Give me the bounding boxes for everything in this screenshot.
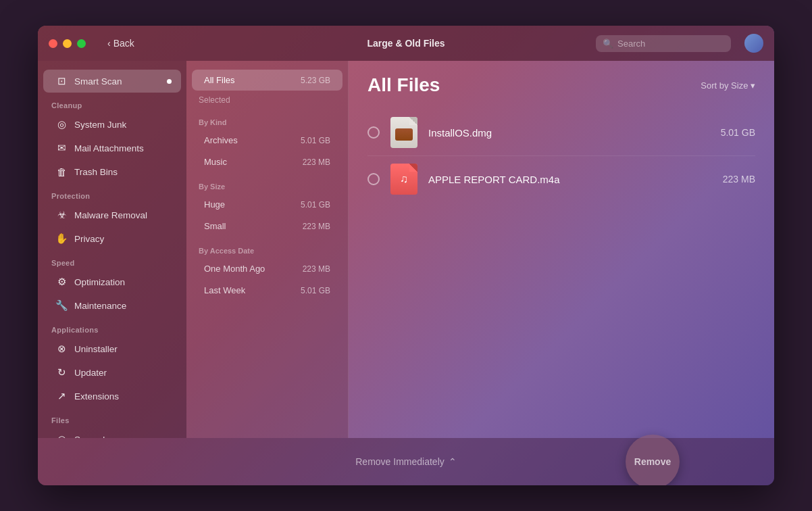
maximize-button[interactable] [77,39,86,48]
remove-immediately-button[interactable]: Remove Immediately ⌃ [355,456,457,467]
filter-size: 5.23 GB [301,76,330,85]
window-title: Large & Old Files [367,38,445,49]
sidebar-item-uninstaller[interactable]: ⊗ Uninstaller [43,337,181,360]
sidebar-item-mail-attachments[interactable]: ✉ Mail Attachments [43,137,181,160]
filter-size: 223 MB [303,264,330,274]
sidebar-item-privacy[interactable]: ✋ Privacy [43,227,181,250]
back-label: Back [113,38,134,49]
smart-scan-icon: ⊡ [55,75,68,87]
sidebar-item-extensions[interactable]: ↗ Extensions [43,385,181,408]
sidebar-item-label: Optimization [74,277,125,287]
file-view-header: All Files Sort by Size ▾ [367,74,755,96]
space-lens-icon: ◎ [55,433,68,438]
malware-icon: ☣ [55,209,68,221]
titlebar: ‹ Back Large & Old Files 🔍 [38,26,774,61]
back-button[interactable]: ‹ Back [107,38,134,49]
file-list-panel: All Files 5.23 GB Selected By Kind Archi… [186,61,349,438]
updater-icon: ↻ [55,366,68,379]
file-row[interactable]: InstallOS.dmg 5.01 GB [367,110,755,156]
filter-small[interactable]: Small 223 MB [192,216,342,237]
section-label-applications: Applications [38,318,186,337]
file-icon-m4a: ♫ [389,164,419,194]
sidebar-item-label: System Junk [74,120,126,130]
file-name: InstallOS.dmg [428,127,711,139]
filter-archives[interactable]: Archives 5.01 GB [192,130,342,151]
extensions-icon: ↗ [55,390,68,402]
search-bar[interactable]: 🔍 [596,35,731,52]
privacy-icon: ✋ [55,233,68,245]
filter-all-files[interactable]: All Files 5.23 GB [192,70,342,91]
sidebar-item-label: Mail Attachments [74,143,144,153]
filter-size: 5.01 GB [301,286,330,295]
close-button[interactable] [49,39,57,48]
sidebar-item-system-junk[interactable]: ◎ System Junk [43,113,181,136]
filter-huge[interactable]: Huge 5.01 GB [192,194,342,215]
search-input[interactable] [617,39,724,49]
filter-last-week[interactable]: Last Week 5.01 GB [192,280,342,301]
filter-label: Small [204,221,226,231]
sidebar-item-maintenance[interactable]: 🔧 Maintenance [43,294,181,317]
chevron-left-icon: ‹ [107,38,111,49]
sidebar: ⊡ Smart Scan Cleanup ◎ System Junk ✉ Mai… [38,61,186,438]
selected-bar: Selected [186,91,348,109]
filter-label: Last Week [204,285,245,295]
filter-size: 5.01 GB [301,200,330,210]
trash-icon: 🗑 [55,166,68,178]
bottom-bar: Remove Immediately ⌃ Remove [38,438,774,485]
filter-section-by-size: By Size [186,173,348,193]
sidebar-item-updater[interactable]: ↻ Updater [43,361,181,384]
filter-size: 223 MB [303,222,330,231]
file-size: 223 MB [723,174,755,185]
section-label-protection: Protection [38,184,186,203]
user-avatar[interactable] [744,34,763,53]
maintenance-icon: 🔧 [55,299,68,312]
remove-immediately-label: Remove Immediately [355,456,445,467]
filter-size: 223 MB [303,157,330,167]
chevron-up-icon: ⌃ [449,456,457,467]
filter-section-by-access-date: By Access Date [186,237,348,258]
sidebar-item-trash-bins[interactable]: 🗑 Trash Bins [43,160,181,183]
sort-button[interactable]: Sort by Size ▾ [701,80,755,91]
sidebar-item-optimization[interactable]: ⚙ Optimization [43,270,181,293]
optimization-icon: ⚙ [55,276,68,288]
file-row[interactable]: ♫ APPLE REPORT CARD.m4a 223 MB [367,156,755,202]
filter-label: Music [204,157,227,167]
minimize-button[interactable] [63,39,72,48]
filter-label: All Files [204,75,235,85]
filter-music[interactable]: Music 223 MB [192,151,342,172]
filter-label: Huge [204,199,225,210]
sidebar-item-label: Trash Bins [74,167,118,177]
sidebar-item-space-lens[interactable]: ◎ Space Lens [43,428,181,438]
notification-dot [167,79,172,84]
file-icon-dmg [389,118,419,147]
remove-button[interactable]: Remove [626,435,680,485]
sidebar-item-label: Uninstaller [74,344,118,354]
main-content: ⊡ Smart Scan Cleanup ◎ System Junk ✉ Mai… [38,61,774,438]
traffic-lights [49,39,86,48]
sidebar-item-label: Smart Scan [74,76,122,87]
section-label-cleanup: Cleanup [38,93,186,112]
file-view: All Files Sort by Size ▾ InstallOS.dmg 5… [349,61,774,438]
sidebar-item-label: Updater [74,368,107,378]
filter-section-by-kind: By Kind [186,109,348,129]
file-radio-2[interactable] [367,173,380,185]
sidebar-item-malware-removal[interactable]: ☣ Malware Removal [43,203,181,226]
file-name: APPLE REPORT CARD.m4a [428,174,713,185]
disk-symbol [395,128,413,141]
mail-icon: ✉ [55,142,68,154]
filter-label: Archives [204,135,238,145]
sidebar-item-label: Maintenance [74,301,126,311]
remove-label: Remove [634,456,671,467]
file-view-title: All Files [367,74,440,96]
file-radio-1[interactable] [367,126,380,139]
sidebar-item-smart-scan[interactable]: ⊡ Smart Scan [43,70,181,93]
filter-size: 5.01 GB [301,136,330,145]
filter-one-month-ago[interactable]: One Month Ago 223 MB [192,258,342,279]
sidebar-item-label: Extensions [74,391,119,402]
search-icon: 🔍 [603,39,613,49]
sidebar-item-label: Malware Removal [74,210,147,220]
file-size: 5.01 GB [721,127,755,138]
section-label-files: Files [38,408,186,427]
system-junk-icon: ◎ [55,118,68,130]
uninstaller-icon: ⊗ [55,343,68,355]
